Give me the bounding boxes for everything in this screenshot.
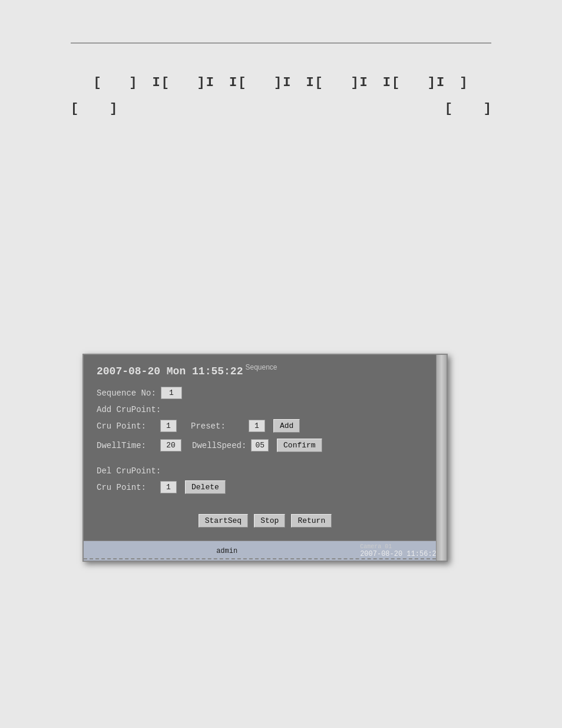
dwell-row: DwellTime: 20 DwellSpeed: 05 Confirm bbox=[97, 439, 434, 452]
bracket-right: [ ] bbox=[445, 101, 491, 116]
del-cru-point-field[interactable]: 1 bbox=[160, 481, 177, 493]
preset-field[interactable]: 1 bbox=[249, 420, 265, 432]
status-datetime: 2007-08-20 11:56:23 bbox=[360, 550, 441, 558]
camera-info-block: Camera 01 2007-08-20 11:56:23 bbox=[360, 543, 441, 558]
bracket-left: [ ] bbox=[71, 101, 117, 116]
del-cru-point-label: Cru Point: bbox=[97, 483, 156, 492]
status-left bbox=[90, 547, 94, 555]
top-divider bbox=[71, 42, 491, 44]
delete-button[interactable]: Delete bbox=[185, 480, 226, 494]
sequence-no-row: Sequence No: 1 bbox=[97, 387, 434, 399]
stop-button[interactable]: Stop bbox=[254, 514, 285, 528]
cru-point-label: Cru Point: bbox=[97, 421, 156, 431]
bracket-5: I[ ]I bbox=[383, 75, 445, 90]
bottom-buttons: StartSeq Stop Return bbox=[97, 514, 434, 528]
bracket-1: [ ] bbox=[94, 75, 138, 90]
admin-label: admin bbox=[216, 547, 237, 555]
bracket-row-top: [ ] I[ ]I I[ ]I I[ ]I I[ ]I ] bbox=[0, 75, 562, 90]
del-crupoint-label: Del CruPoint: bbox=[97, 466, 434, 476]
bottom-dashes bbox=[84, 558, 436, 561]
bracket-4: I[ ]I bbox=[306, 75, 368, 90]
scrollbar-decoration bbox=[436, 355, 447, 561]
cru-point-preset-row: Cru Point: 1 Preset: 1 Add bbox=[97, 419, 434, 433]
dwell-time-field[interactable]: 20 bbox=[160, 439, 181, 452]
start-seq-button[interactable]: StartSeq bbox=[199, 514, 248, 528]
datetime-row: 2007-08-20 Mon 11:55:22 Sequence bbox=[97, 365, 434, 377]
dwell-speed-label: DwellSpeed: bbox=[192, 441, 246, 450]
sequence-no-label: Sequence No: bbox=[97, 388, 156, 398]
cru-point-field[interactable]: 1 bbox=[160, 420, 177, 432]
add-crupoint-label: Add CruPoint: bbox=[97, 405, 434, 414]
bracket-2: I[ ]I bbox=[153, 75, 215, 90]
dwell-time-label: DwellTime: bbox=[97, 441, 156, 450]
camera-panel: 2007-08-20 Mon 11:55:22 Sequence Sequenc… bbox=[82, 354, 448, 562]
panel-inner: 2007-08-20 Mon 11:55:22 Sequence Sequenc… bbox=[84, 355, 447, 541]
sequence-no-field[interactable]: 1 bbox=[161, 387, 182, 399]
preset-label: Preset: bbox=[191, 421, 244, 431]
datetime-display: 2007-08-20 Mon 11:55:22 bbox=[97, 365, 243, 377]
sequence-overlay-label: Sequence bbox=[245, 363, 277, 371]
dwell-speed-field[interactable]: 05 bbox=[251, 439, 269, 452]
bracket-6: ] bbox=[459, 75, 468, 90]
camera-label: Camera 01 bbox=[360, 543, 441, 550]
confirm-button[interactable]: Confirm bbox=[277, 439, 322, 452]
status-bar: admin Camera 01 2007-08-20 11:56:23 bbox=[84, 541, 447, 561]
add-button[interactable]: Add bbox=[273, 419, 300, 433]
del-cru-point-row: Cru Point: 1 Delete bbox=[97, 480, 434, 494]
bracket-3: I[ ]I bbox=[229, 75, 292, 90]
return-button[interactable]: Return bbox=[291, 514, 332, 528]
bracket-row-bottom: [ ] [ ] bbox=[0, 101, 562, 116]
